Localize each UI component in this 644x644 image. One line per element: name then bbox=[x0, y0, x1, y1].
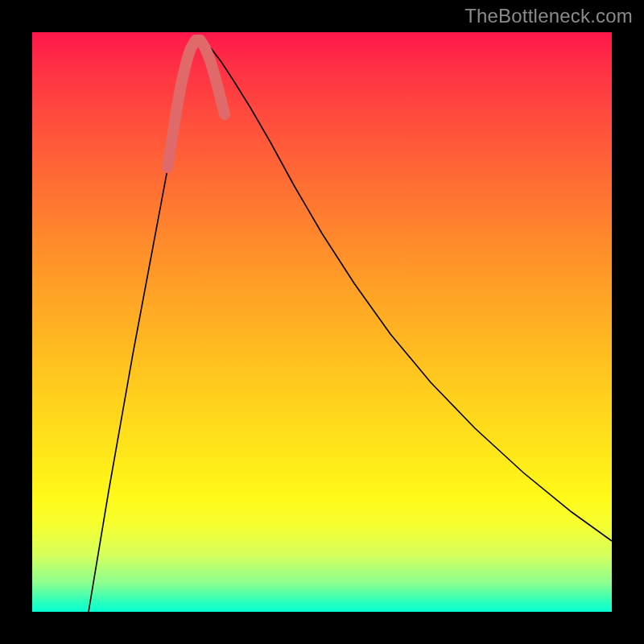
plot-area bbox=[32, 32, 612, 612]
optimal-highlight bbox=[167, 40, 225, 167]
bottleneck-curve bbox=[89, 40, 612, 612]
curve-layer bbox=[32, 32, 612, 612]
chart-frame: TheBottleneck.com bbox=[0, 0, 644, 644]
watermark-label: TheBottleneck.com bbox=[464, 5, 633, 27]
